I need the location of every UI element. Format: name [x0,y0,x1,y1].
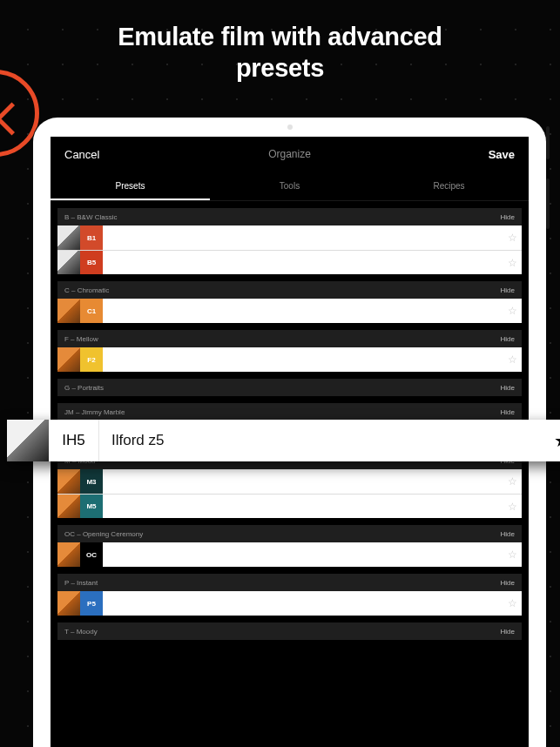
preset-row[interactable]: OC☆ [57,542,522,567]
group-header: JM – Jimmy MarbleHide [57,403,522,421]
favorite-star-icon[interactable]: ☆ [503,542,522,567]
group-header: F – MellowHide [57,330,522,347]
preset-row[interactable]: F2☆ [57,347,522,372]
preset-group: C – ChromaticHideC1☆ [57,281,522,323]
group-header: G – PortraitsHide [57,379,522,396]
preset-thumbnail [57,495,80,518]
hide-button[interactable]: Hide [501,579,515,587]
favorite-star-icon[interactable]: ☆ [503,251,522,274]
preset-group: B – B&W ClassicHideB1☆B5☆ [57,208,522,274]
preset-row[interactable]: C1☆ [57,299,522,323]
hide-button[interactable]: Hide [501,408,515,416]
hide-button[interactable]: Hide [501,628,515,636]
group-title: P – Instant [64,579,98,587]
preset-code: M3 [80,469,103,494]
tab-presets[interactable]: Presets [51,181,210,191]
favorite-star-icon[interactable]: ☆ [503,347,522,372]
preset-code: M5 [80,495,103,518]
preset-body [103,347,503,372]
favorite-star-icon[interactable]: ☆ [503,591,522,616]
favorite-star-icon[interactable]: ☆ [503,299,522,323]
tab-bar: PresetsToolsRecipes [51,172,529,201]
favorite-star-icon[interactable]: ★ [542,420,560,461]
preset-code: B5 [80,251,103,274]
preset-thumbnail [57,347,80,372]
favorite-star-icon[interactable]: ☆ [503,495,522,518]
preset-row[interactable]: B5☆ [57,250,522,274]
group-header: P – InstantHide [57,574,522,591]
preset-code: B1 [80,225,103,250]
group-header: C – ChromaticHide [57,281,522,299]
device-side-button [546,126,550,159]
preset-thumbnail [57,591,80,616]
preset-thumbnail [57,251,80,274]
preset-list[interactable]: B – B&W ClassicHideB1☆B5☆C – ChromaticHi… [51,201,529,747]
tab-tools[interactable]: Tools [210,181,369,191]
preset-code: F2 [80,347,103,372]
preset-body [103,299,503,323]
group-title: OC – Opening Ceremony [64,530,143,538]
group-title: B – B&W Classic [64,213,117,221]
group-title: G – Portraits [64,384,104,392]
preset-group: T – MoodyHide [57,622,522,640]
preset-body [103,251,503,274]
preset-thumbnail [57,299,80,323]
hide-button[interactable]: Hide [501,530,515,538]
promo-heading: Emulate film with advanced presets [0,0,560,84]
group-title: JM – Jimmy Marble [64,408,125,416]
preset-thumbnail [57,225,80,250]
top-bar: Cancel Organize Save [51,137,529,172]
page-title: Organize [51,148,529,160]
group-title: C – Chromatic [64,286,109,294]
preset-code: OC [80,542,103,567]
preset-row[interactable]: B1☆ [57,225,522,250]
preset-code: P5 [80,591,103,616]
preset-group: M – MoodHideM3☆M5☆ [57,452,522,518]
highlight-preset-row[interactable]: IH5 Ilford z5 ★ [7,420,560,461]
group-title: F – Mellow [64,335,98,343]
preset-body [103,495,503,518]
favorite-star-icon[interactable]: ☆ [503,469,522,494]
preset-thumbnail [57,469,80,494]
preset-group: F – MellowHideF2☆ [57,330,522,372]
heading-line-2: presets [236,54,324,82]
preset-body [103,542,503,567]
tab-underline [51,199,210,200]
heading-line-1: Emulate film with advanced [118,23,442,50]
preset-name: Ilford z5 [99,420,542,461]
preset-body [103,591,503,616]
preset-thumbnail [57,542,80,567]
hide-button[interactable]: Hide [501,213,515,221]
preset-row[interactable]: M5☆ [57,494,522,518]
preset-body [103,225,503,250]
hide-button[interactable]: Hide [501,335,515,343]
preset-row[interactable]: M3☆ [57,469,522,494]
preset-body [103,469,503,494]
preset-thumbnail [7,420,49,461]
group-header: B – B&W ClassicHide [57,208,522,225]
device-camera-dot [287,124,293,130]
hide-button[interactable]: Hide [501,384,515,392]
preset-group: G – PortraitsHide [57,379,522,396]
preset-row[interactable]: P5☆ [57,591,522,616]
preset-code: IH5 [49,420,99,461]
group-header: OC – Opening CeremonyHide [57,525,522,542]
hide-button[interactable]: Hide [501,286,515,294]
group-header: T – MoodyHide [57,622,522,640]
save-button[interactable]: Save [489,148,515,161]
preset-group: OC – Opening CeremonyHideOC☆ [57,525,522,567]
preset-code: C1 [80,299,103,323]
tab-recipes[interactable]: Recipes [369,181,529,191]
favorite-star-icon[interactable]: ☆ [503,225,522,250]
device-side-button [546,178,550,229]
cancel-button[interactable]: Cancel [64,148,99,161]
group-title: T – Moody [64,628,98,636]
preset-group: P – InstantHideP5☆ [57,574,522,616]
